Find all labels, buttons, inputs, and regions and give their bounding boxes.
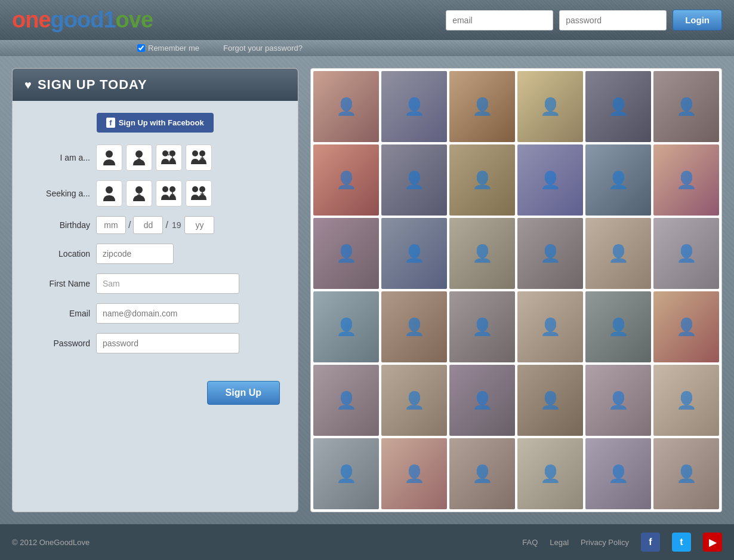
- legal-link[interactable]: Legal: [550, 538, 569, 547]
- photo-cell-30: 👤: [653, 365, 719, 436]
- birthday-mm-input[interactable]: [96, 216, 126, 234]
- photo-placeholder-11: 👤: [585, 144, 651, 216]
- remember-me-label[interactable]: Remember me: [137, 44, 199, 53]
- photo-cell-32: 👤: [381, 438, 447, 509]
- photo-placeholder-34: 👤: [517, 438, 583, 509]
- logo-love: ove: [116, 7, 153, 32]
- birthday-dd-input[interactable]: [133, 216, 163, 234]
- photo-placeholder-9: 👤: [449, 144, 515, 216]
- seeking-couple-button[interactable]: [186, 180, 212, 207]
- man-woman-icon: ⚥: [161, 150, 177, 165]
- firstname-input[interactable]: [96, 273, 239, 294]
- photo-placeholder-4: 👤: [517, 71, 583, 142]
- photo-placeholder-27: 👤: [449, 365, 515, 436]
- youtube-social-icon[interactable]: ▶: [703, 533, 722, 552]
- photo-cell-26: 👤: [381, 365, 447, 436]
- logo-good: good: [51, 7, 104, 32]
- footer: © 2012 OneGoodLove FAQ Legal Privacy Pol…: [0, 524, 734, 560]
- seeking-label: Seeking a...: [30, 189, 90, 198]
- photo-cell-29: 👤: [585, 365, 651, 436]
- seeking-woman-button[interactable]: [126, 180, 152, 207]
- svg-text:⚥: ⚥: [167, 150, 171, 156]
- photo-cell-22: 👤: [517, 291, 583, 362]
- iam-options: ⚥: [96, 144, 212, 171]
- photo-cell-17: 👤: [585, 218, 651, 289]
- header-sub: Remember me Forgot your password?: [0, 40, 734, 56]
- photo-cell-4: 👤: [517, 71, 583, 142]
- header-password-input[interactable]: [559, 10, 667, 30]
- photo-placeholder-22: 👤: [517, 291, 583, 362]
- photo-cell-36: 👤: [653, 438, 719, 509]
- svg-point-14: [135, 186, 143, 193]
- facebook-social-icon[interactable]: f: [641, 533, 660, 552]
- photo-cell-35: 👤: [585, 438, 651, 509]
- password-input[interactable]: [96, 333, 239, 353]
- iam-man-woman-button[interactable]: ⚥: [156, 144, 182, 171]
- photo-cell-7: 👤: [313, 144, 379, 216]
- faq-link[interactable]: FAQ: [522, 538, 538, 547]
- photo-cell-14: 👤: [381, 218, 447, 289]
- photo-cell-16: 👤: [517, 218, 583, 289]
- photo-cell-28: 👤: [517, 365, 583, 436]
- seeking-woman-icon: [132, 186, 146, 201]
- photo-cell-27: 👤: [449, 365, 515, 436]
- signup-footer: Sign Up: [13, 375, 298, 417]
- photo-cell-34: 👤: [517, 438, 583, 509]
- facebook-signup-label: Sign Up with Facebook: [119, 118, 204, 127]
- photo-placeholder-23: 👤: [585, 291, 651, 362]
- copyright-text: © 2012 OneGoodLove: [12, 538, 90, 547]
- seeking-man-woman-button[interactable]: [156, 180, 182, 207]
- forgot-password-link[interactable]: Forgot your password?: [223, 44, 303, 53]
- iam-man-button[interactable]: [96, 144, 122, 171]
- svg-point-21: [192, 186, 198, 192]
- photo-cell-24: 👤: [653, 291, 719, 362]
- photo-placeholder-19: 👤: [313, 291, 379, 362]
- header-right: Login: [446, 10, 722, 30]
- remember-me-checkbox[interactable]: [137, 44, 145, 52]
- svg-point-1: [135, 150, 143, 158]
- photo-placeholder-21: 👤: [449, 291, 515, 362]
- photo-placeholder-25: 👤: [313, 365, 379, 436]
- signup-title: SIGN UP TODAY: [38, 77, 147, 93]
- svg-point-10: [199, 150, 205, 156]
- svg-point-9: [192, 150, 198, 156]
- email-input[interactable]: [96, 303, 239, 324]
- photo-placeholder-31: 👤: [313, 438, 379, 509]
- iam-woman-button[interactable]: [126, 144, 152, 171]
- photo-placeholder-6: 👤: [653, 71, 719, 142]
- photo-cell-25: 👤: [313, 365, 379, 436]
- photo-placeholder-13: 👤: [313, 218, 379, 289]
- firstname-row: First Name: [30, 273, 280, 294]
- birthday-row: Birthday / / 19: [30, 216, 280, 234]
- facebook-signup-button[interactable]: f Sign Up with Facebook: [97, 113, 213, 133]
- photo-placeholder-17: 👤: [585, 218, 651, 289]
- seeking-man-icon: [103, 186, 116, 201]
- photo-placeholder-26: 👤: [381, 365, 447, 436]
- location-input[interactable]: [96, 244, 174, 264]
- photo-cell-5: 👤: [585, 71, 651, 142]
- main-content: ♥ SIGN UP TODAY f Sign Up with Facebook …: [0, 56, 734, 524]
- remember-me-text: Remember me: [148, 44, 199, 53]
- photo-placeholder-20: 👤: [381, 291, 447, 362]
- privacy-link[interactable]: Privacy Policy: [581, 538, 629, 547]
- seeking-options: [96, 180, 212, 207]
- seeking-row: Seeking a...: [30, 180, 280, 207]
- login-button[interactable]: Login: [673, 10, 722, 30]
- header-email-input[interactable]: [446, 10, 553, 30]
- birthday-yy-input[interactable]: [184, 216, 214, 234]
- iam-label: I am a...: [30, 153, 90, 162]
- signup-button[interactable]: Sign Up: [207, 381, 280, 405]
- photo-placeholder-10: 👤: [517, 144, 583, 216]
- iam-couple-button[interactable]: [186, 144, 212, 171]
- photo-placeholder-30: 👤: [653, 365, 719, 436]
- photo-placeholder-1: 👤: [313, 71, 379, 142]
- logo: onegood1ove: [12, 7, 153, 33]
- password-label: Password: [30, 339, 90, 348]
- photo-cell-20: 👤: [381, 291, 447, 362]
- photo-cell-31: 👤: [313, 438, 379, 509]
- twitter-social-icon[interactable]: t: [672, 533, 691, 552]
- photo-cell-15: 👤: [449, 218, 515, 289]
- photo-placeholder-15: 👤: [449, 218, 515, 289]
- svg-point-17: [162, 186, 168, 192]
- seeking-man-button[interactable]: [96, 180, 122, 207]
